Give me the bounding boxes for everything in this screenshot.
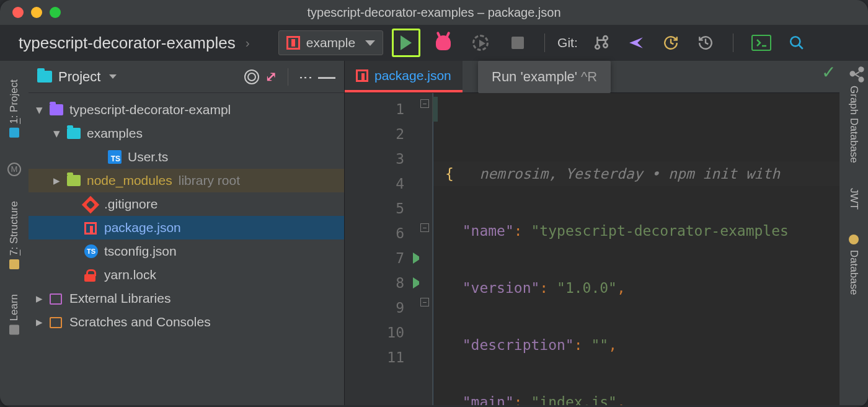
- fold-toggle[interactable]: −: [420, 298, 429, 306]
- toolbar-divider-2: [733, 34, 733, 52]
- run-tooltip: Run 'example' ^R: [478, 61, 611, 93]
- svg-point-0: [790, 37, 800, 46]
- fold-toggle[interactable]: −: [420, 99, 429, 108]
- editor-area: package.json Run 'example' ^R ✓ 1 2 3 4 …: [345, 61, 839, 405]
- module-folder-icon: [50, 104, 63, 115]
- git-label: Git:: [557, 35, 578, 50]
- collapse-all-button[interactable]: ⤢: [265, 69, 277, 85]
- coverage-icon: [472, 35, 489, 51]
- zoom-window-button[interactable]: [50, 7, 61, 18]
- tree-external-libraries[interactable]: External Libraries: [29, 287, 344, 310]
- editor-tab-label: package.json: [374, 68, 451, 83]
- close-window-button[interactable]: [12, 7, 24, 18]
- tool-window-jwt[interactable]: JWT: [848, 188, 860, 210]
- tree-file-package-json[interactable]: package.json: [29, 216, 344, 239]
- toolbar-divider: [544, 34, 545, 52]
- run-configuration-label: example: [306, 35, 355, 50]
- inspections-ok-icon[interactable]: ✓: [822, 62, 836, 83]
- project-tool-icon: [9, 128, 19, 138]
- tree-file-tsconfig[interactable]: TS tsconfig.json: [29, 239, 344, 263]
- debug-button[interactable]: [429, 29, 458, 57]
- fold-toggle[interactable]: −: [420, 223, 429, 232]
- window-controls: [12, 7, 61, 18]
- search-icon: [789, 35, 805, 51]
- fold-strip[interactable]: − − −: [419, 93, 433, 405]
- git-history-button[interactable]: [662, 34, 680, 52]
- hide-panel-button[interactable]: —: [318, 67, 335, 87]
- project-panel: Project ⤢ ⋮ — typescript-decorator-examp…: [29, 61, 345, 405]
- project-tree[interactable]: typescript-decorator-exampl examples TS …: [29, 93, 344, 339]
- run-with-coverage-button[interactable]: [466, 29, 495, 57]
- push-icon: [628, 36, 644, 50]
- stop-icon: [512, 37, 524, 49]
- editor-tab-package-json[interactable]: package.json: [345, 61, 463, 92]
- tree-file-yarn-lock[interactable]: yarn.lock: [29, 263, 344, 287]
- main-toolbar: typescript-decorator-examples › example …: [0, 25, 868, 61]
- tree-scratches[interactable]: Scratches and Consoles: [29, 310, 344, 334]
- gitignore-icon: [82, 196, 99, 213]
- search-everywhere-button[interactable]: [787, 34, 806, 52]
- learn-tool-icon: [9, 324, 19, 334]
- typescript-file-icon: TS: [108, 150, 122, 164]
- chevron-down-icon: [109, 74, 117, 79]
- breadcrumb-project[interactable]: typescript-decorator-examples: [19, 34, 236, 53]
- bug-icon: [436, 35, 451, 50]
- git-revert-button[interactable]: [696, 34, 715, 52]
- panel-options-button[interactable]: ⋮: [298, 71, 314, 83]
- tree-root[interactable]: typescript-decorator-exampl: [29, 98, 344, 122]
- window-title: typescript-decorator-examples – package.…: [307, 6, 560, 20]
- run-configuration-selector[interactable]: example: [278, 30, 383, 55]
- code-content[interactable]: { nemrosim, Yesterday • npm init with "n…: [433, 93, 839, 405]
- run-button[interactable]: [392, 29, 420, 57]
- library-folder-icon: [67, 175, 81, 186]
- tool-window-project[interactable]: 1: Project: [8, 79, 20, 138]
- editor-tab-bar: package.json Run 'example' ^R ✓: [345, 61, 839, 93]
- right-tool-strip: Graph Database JWT Database: [839, 61, 868, 405]
- database-icon: [849, 235, 859, 244]
- git-push-button[interactable]: [627, 34, 645, 52]
- scratches-icon: [50, 317, 62, 328]
- play-icon: [401, 35, 412, 50]
- terminal-icon: [755, 38, 768, 48]
- revert-icon: [698, 35, 714, 51]
- meson-tool-icon[interactable]: M: [7, 163, 21, 176]
- npm-file-icon: [84, 222, 97, 235]
- chevron-down-icon: [365, 40, 375, 46]
- stop-button[interactable]: [503, 29, 532, 57]
- tree-file-user-ts[interactable]: TS User.ts: [29, 145, 344, 169]
- branch-icon: [593, 35, 609, 51]
- tool-window-learn[interactable]: Learn: [8, 294, 20, 334]
- project-panel-header: Project ⤢ ⋮ —: [29, 61, 344, 93]
- tree-folder-examples[interactable]: examples: [29, 122, 344, 145]
- external-libraries-icon: [50, 293, 62, 305]
- git-branch-button[interactable]: [592, 34, 611, 52]
- history-icon: [663, 35, 679, 51]
- tree-folder-node-modules[interactable]: node_modules library root: [29, 169, 344, 192]
- header-divider: [288, 68, 288, 86]
- main-area: 1: Project M 7: Structure Learn Project …: [0, 61, 868, 405]
- left-tool-strip: 1: Project M 7: Structure Learn: [0, 61, 29, 405]
- tool-window-database[interactable]: Database: [848, 235, 860, 295]
- minimize-window-button[interactable]: [31, 7, 42, 18]
- tree-file-gitignore[interactable]: .gitignore: [29, 192, 344, 216]
- folder-icon: [67, 128, 81, 139]
- tool-window-graph-database[interactable]: Graph Database: [848, 86, 860, 163]
- breadcrumb-separator: ›: [246, 35, 250, 50]
- project-view-selector[interactable]: Project: [58, 69, 100, 85]
- terminal-button[interactable]: [751, 35, 771, 51]
- tool-window-structure[interactable]: 7: Structure: [8, 201, 20, 269]
- project-folder-icon: [37, 71, 52, 83]
- npm-icon: [286, 36, 300, 50]
- tsconfig-icon: TS: [84, 244, 98, 258]
- editor-gutter[interactable]: 1 2 3 4 5 6 7 8 9 10 11: [345, 93, 419, 405]
- npm-file-icon: [356, 69, 368, 82]
- select-opened-file-button[interactable]: [244, 69, 259, 84]
- code-editor[interactable]: 1 2 3 4 5 6 7 8 9 10 11 − − − { nemrosim: [345, 93, 839, 405]
- titlebar: typescript-decorator-examples – package.…: [0, 0, 868, 25]
- code-with-me-button[interactable]: [848, 66, 866, 86]
- structure-tool-icon: [9, 259, 19, 269]
